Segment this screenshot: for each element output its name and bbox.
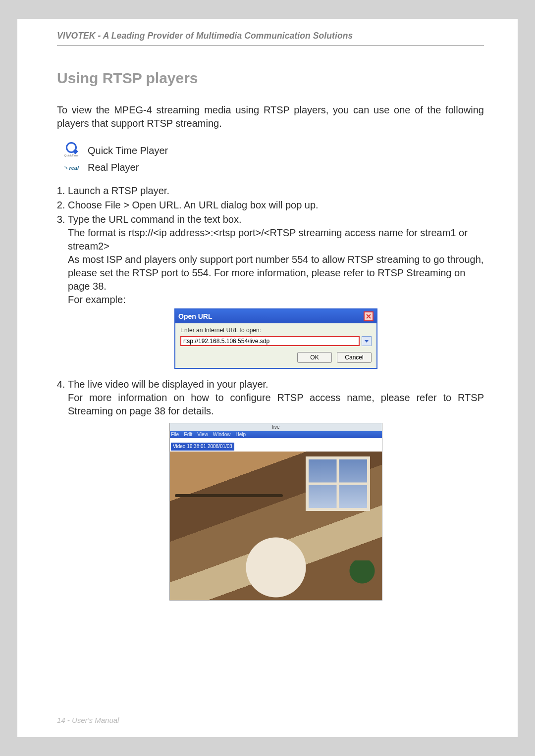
steps-list: Launch a RTSP player. Choose File > Open… xyxy=(57,184,484,601)
video-title: live xyxy=(170,423,382,431)
close-button[interactable] xyxy=(364,311,374,321)
menu-edit[interactable]: Edit xyxy=(184,431,192,438)
ok-button[interactable]: OK xyxy=(297,352,332,363)
step-4: The live video will be displayed in your… xyxy=(68,378,484,601)
url-dropdown-button[interactable] xyxy=(362,336,372,346)
quicktime-sublabel: QuickTime xyxy=(64,154,78,157)
page-header: VIVOTEK - A Leading Provider of Multimed… xyxy=(57,29,484,46)
realplayer-label: Real Player xyxy=(88,162,139,173)
realplayer-icon: real xyxy=(64,163,79,172)
video-player-window: live File Edit View Window Help Video 16… xyxy=(169,423,382,601)
open-url-title: Open URL xyxy=(178,312,212,321)
video-frame-image xyxy=(170,452,382,600)
document-page: VIVOTEK - A Leading Provider of Multimed… xyxy=(17,19,518,737)
player-row-real: real Real Player xyxy=(64,162,484,173)
video-menubar: File Edit View Window Help xyxy=(170,431,382,438)
step-3-line3: For example: xyxy=(68,293,484,306)
step-1: Launch a RTSP player. xyxy=(68,184,484,198)
menu-window[interactable]: Window xyxy=(213,431,231,438)
intro-paragraph: To view the MPEG-4 streaming media using… xyxy=(57,103,484,130)
realplayer-sublabel: real xyxy=(69,165,79,171)
step-3-head: Type the URL command in the text box. xyxy=(68,214,242,225)
step-2: Choose File > Open URL. An URL dialog bo… xyxy=(68,199,484,212)
url-input[interactable] xyxy=(180,336,360,346)
quicktime-icon: QuickTime xyxy=(64,142,79,159)
menu-file[interactable]: File xyxy=(171,431,179,438)
close-icon xyxy=(366,314,371,319)
video-timestamp-overlay: Video 16:38:01 2008/01/03 xyxy=(171,443,234,451)
open-url-label: Enter an Internet URL to open: xyxy=(180,326,372,334)
menu-help[interactable]: Help xyxy=(235,431,246,438)
step-3-line1: The format is rtsp://<ip address>:<rtsp … xyxy=(68,226,484,253)
page-footer: 14 - User's Manual xyxy=(57,716,119,724)
section-title: Using RTSP players xyxy=(57,70,484,87)
step-3: Type the URL command in the text box. Th… xyxy=(68,213,484,369)
quicktime-label: Quick Time Player xyxy=(88,145,168,156)
menu-view[interactable]: View xyxy=(197,431,208,438)
open-url-dialog: Open URL Enter an Internet URL to open: xyxy=(174,308,377,369)
step-3-line2: As most ISP and players only support por… xyxy=(68,253,484,293)
chevron-down-icon xyxy=(364,339,369,344)
step-4-body: For more information on how to configure… xyxy=(68,391,484,418)
step-4-head: The live video will be displayed in your… xyxy=(68,379,268,390)
cancel-button[interactable]: Cancel xyxy=(337,352,372,363)
player-row-quicktime: QuickTime Quick Time Player xyxy=(64,142,484,159)
